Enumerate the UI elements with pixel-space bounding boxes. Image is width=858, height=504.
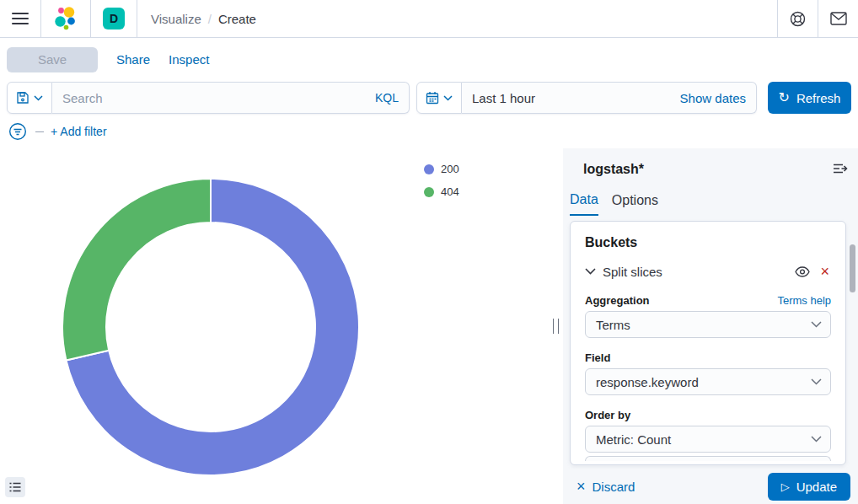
help-button[interactable] (777, 0, 818, 37)
breadcrumb-separator: / (208, 12, 212, 26)
discard-label: Discard (593, 480, 635, 494)
panel-resizer[interactable] (548, 148, 563, 504)
filter-options-button[interactable] (7, 122, 29, 141)
aggregation-label: Aggregation (585, 294, 650, 307)
editor-scrollbar[interactable] (850, 244, 855, 292)
refresh-button[interactable]: ↻ Refresh (768, 82, 851, 114)
chevron-down-icon (811, 321, 822, 328)
show-dates-button[interactable]: Show dates (680, 91, 746, 105)
field-label: Field (585, 351, 610, 364)
menu-right-icon (833, 162, 848, 175)
remove-bucket-button[interactable]: × (818, 264, 831, 279)
menu-button[interactable] (12, 13, 29, 24)
legend-dot-200 (424, 164, 434, 174)
field-select[interactable]: response.keyword (585, 368, 831, 395)
filter-icon (8, 122, 27, 141)
chevron-down-icon (443, 95, 453, 101)
field-value: response.keyword (596, 375, 699, 389)
legend-item-404[interactable]: 404 (424, 185, 459, 198)
terms-help-link[interactable]: Terms help (777, 294, 831, 307)
aggregation-value: Terms (596, 318, 630, 332)
query-language-switcher[interactable]: KQL (375, 91, 399, 105)
date-picker-group: Last 1 hour Show dates (416, 82, 757, 114)
order-by-label: Order by (585, 409, 630, 421)
aggregation-group: Aggregation Terms help Terms (585, 294, 831, 338)
breadcrumb-visualize[interactable]: Visualize (151, 12, 201, 26)
action-toolbar: Save Share Inspect (0, 38, 858, 81)
editor-sidebar: logstash* Data Options Buckets Split sl (563, 148, 858, 504)
editor-tabs: Data Options (563, 177, 858, 216)
header-spacer (256, 0, 777, 37)
envelope-icon (830, 12, 847, 25)
list-icon (9, 482, 21, 492)
order-by-value: Metric: Count (596, 432, 671, 447)
play-icon: ▷ (781, 481, 790, 492)
chevron-down-icon (811, 378, 822, 385)
legend-dot-404 (424, 187, 434, 197)
search-input-wrap: KQL (52, 82, 410, 114)
breadcrumb-create: Create (218, 12, 256, 26)
split-slices-row: Split slices × (585, 264, 831, 279)
time-range-value[interactable]: Last 1 hour (462, 91, 535, 105)
collapse-sidebar-button[interactable] (833, 162, 848, 175)
quick-select-button[interactable] (416, 82, 462, 114)
editor-footer: × Discard ▷ Update (563, 469, 858, 504)
editor-header: logstash* (563, 148, 858, 177)
search-group: KQL (7, 82, 410, 114)
newsfeed-button[interactable] (818, 0, 858, 37)
order-by-group: Order by Metric: Count (585, 409, 831, 453)
kibana-visualize-app: D Visualize / Create Save Share Inspect (0, 0, 858, 504)
header-bar: D Visualize / Create (0, 0, 858, 38)
discard-button[interactable]: × Discard (576, 479, 635, 494)
save-query-icon (16, 91, 29, 105)
order-by-select[interactable]: Metric: Count (585, 426, 831, 453)
chevron-down-icon (34, 95, 43, 101)
filter-divider (35, 131, 44, 132)
donut-slice-404[interactable] (62, 179, 211, 360)
search-input[interactable] (52, 83, 409, 113)
elastic-logo[interactable] (41, 0, 91, 37)
query-bar: KQL Last 1 hour Show dates ↻ Refresh (0, 81, 858, 115)
donut-chart (0, 148, 556, 504)
aggregation-select[interactable]: Terms (585, 311, 831, 338)
hamburger-icon (12, 13, 29, 24)
update-button[interactable]: ▷ Update (768, 473, 850, 501)
clipped-next-control (585, 456, 831, 461)
elastic-logo-icon (53, 5, 78, 32)
saved-query-button[interactable] (7, 82, 52, 114)
eye-icon (795, 266, 810, 277)
content-area: 200 404 logstash* (0, 148, 858, 504)
toggle-visibility-button[interactable] (793, 266, 812, 277)
add-filter-button[interactable]: + Add filter (51, 125, 107, 138)
legend-label: 404 (441, 185, 459, 198)
buckets-card: Buckets Split slices × (570, 221, 846, 465)
update-label: Update (796, 480, 837, 494)
tab-options[interactable]: Options (612, 192, 658, 216)
legend-toggle-button[interactable] (5, 477, 25, 497)
index-pattern-title: logstash* (583, 162, 644, 176)
calendar-icon (426, 91, 439, 105)
refresh-label: Refresh (796, 91, 841, 105)
cross-icon: × (576, 479, 586, 494)
space-avatar[interactable]: D (91, 0, 137, 37)
chart-legend: 200 404 (424, 163, 459, 198)
breadcrumb: Visualize / Create (137, 0, 256, 37)
resizer-grip-icon (553, 319, 559, 334)
filter-bar: + Add filter (0, 115, 858, 148)
legend-item-200[interactable]: 200 (424, 163, 459, 175)
bucket-type-label[interactable]: Split slices (603, 265, 786, 279)
share-button[interactable]: Share (116, 52, 150, 67)
field-group: Field response.keyword (585, 351, 831, 395)
inspect-button[interactable]: Inspect (169, 52, 209, 67)
buckets-title: Buckets (585, 235, 831, 250)
save-button[interactable]: Save (7, 47, 98, 72)
lifebuoy-icon (790, 11, 806, 27)
date-range-wrap: Last 1 hour Show dates (462, 82, 757, 114)
chevron-down-icon (811, 436, 822, 442)
visualization-panel: 200 404 (0, 148, 556, 504)
tab-data[interactable]: Data (570, 192, 598, 216)
accordion-chevron-icon[interactable] (585, 268, 596, 275)
space-badge: D (103, 8, 125, 29)
refresh-icon: ↻ (779, 91, 790, 105)
legend-label: 200 (441, 163, 459, 175)
